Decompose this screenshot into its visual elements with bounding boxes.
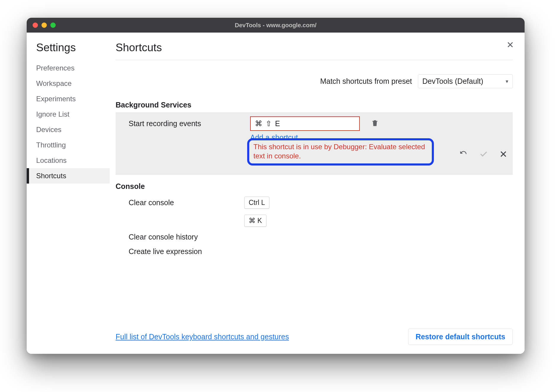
settings-sidebar: Settings Preferences Workspace Experimen… [27, 33, 110, 354]
preset-row: Match shortcuts from preset DevTools (De… [116, 60, 513, 101]
sidebar-item-shortcuts[interactable]: Shortcuts [27, 168, 110, 184]
close-window-icon[interactable] [33, 23, 38, 28]
preset-label: Match shortcuts from preset [320, 77, 412, 86]
zoom-window-icon[interactable] [50, 23, 56, 28]
minimize-window-icon[interactable] [41, 23, 47, 28]
section-header-console: Console [116, 182, 513, 191]
confirm-button[interactable] [479, 149, 488, 159]
traffic-lights [33, 23, 56, 28]
shortcut-editor: Start recording events Add a shortcut Th… [116, 112, 513, 175]
preset-select[interactable]: DevTools (Default) [418, 74, 513, 88]
shortcut-row: Clear console Ctrl L [116, 194, 513, 212]
sidebar-title: Settings [34, 41, 110, 54]
action-label-start-recording: Start recording events [129, 119, 244, 128]
main-content: Shortcuts Match shortcuts from preset De… [110, 33, 525, 354]
full-list-link[interactable]: Full list of DevTools keyboard shortcuts… [116, 332, 289, 341]
shortcut-row: Create live expression [116, 244, 513, 259]
shortcut-row: Clear console history [116, 230, 513, 244]
key-badge: ⌘ K [244, 215, 266, 227]
close-panel-button[interactable]: ✕ [507, 40, 514, 50]
check-icon [479, 149, 488, 158]
undo-button[interactable] [459, 149, 468, 159]
undo-icon [459, 149, 468, 158]
sidebar-item-ignore-list[interactable]: Ignore List [34, 107, 110, 122]
sidebar-item-preferences[interactable]: Preferences [34, 60, 110, 76]
page-title: Shortcuts [116, 41, 513, 60]
trash-icon [371, 119, 379, 127]
sidebar-item-experiments[interactable]: Experiments [34, 91, 110, 107]
devtools-window: DevTools - www.google.com/ ✕ Settings Pr… [27, 18, 525, 354]
titlebar: DevTools - www.google.com/ [27, 18, 525, 33]
sidebar-item-devices[interactable]: Devices [34, 122, 110, 137]
window-title: DevTools - www.google.com/ [235, 22, 317, 29]
restore-defaults-button[interactable]: Restore default shortcuts [408, 329, 513, 345]
preset-select-value: DevTools (Default) [422, 77, 483, 85]
sidebar-item-workspace[interactable]: Workspace [34, 76, 110, 91]
action-label-clear-history: Clear console history [129, 233, 244, 241]
cancel-button[interactable]: ✕ [499, 150, 507, 159]
footer: Full list of DevTools keyboard shortcuts… [116, 321, 513, 345]
shortcut-conflict-error: This shortcut is in use by Debugger: Eva… [247, 138, 434, 166]
sidebar-item-locations[interactable]: Locations [34, 153, 110, 168]
key-badge: Ctrl L [244, 197, 269, 209]
action-label-live-expression: Create live expression [129, 247, 244, 256]
delete-shortcut-button[interactable] [371, 119, 379, 128]
action-label-clear-console: Clear console [129, 198, 244, 207]
sidebar-item-throttling[interactable]: Throttling [34, 137, 110, 153]
shortcut-row: ⌘ K [116, 212, 513, 230]
edit-actions: ✕ [459, 149, 507, 159]
shortcut-input[interactable] [250, 116, 360, 131]
section-header-background: Background Services [116, 101, 513, 109]
